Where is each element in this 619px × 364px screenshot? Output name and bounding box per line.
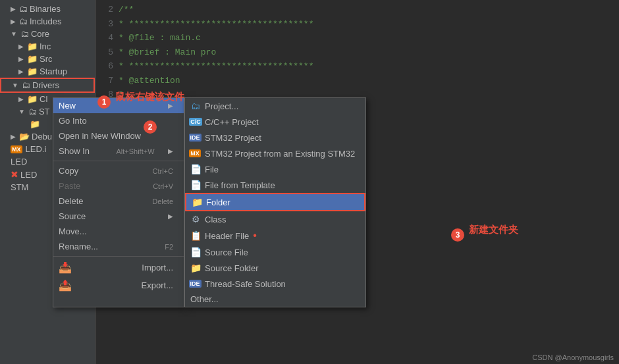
code-content: * @file : main.c [119, 32, 619, 45]
cpp-icon: C/C [190, 117, 201, 127]
code-line: 4 * @file : main.c [95, 31, 619, 45]
submenu-label: Source File [205, 247, 248, 257]
submenu-item-header-file[interactable]: 📋 Header File • [185, 227, 365, 244]
tree-label: LED.i [26, 144, 47, 154]
tree-item-src[interactable]: ▶ 📁 Src [0, 53, 95, 65]
thread-safe-icon: IDE [190, 278, 201, 289]
tree-label: STM [11, 182, 28, 192]
class-icon: ⚙ [190, 214, 201, 224]
folder-icon: 📁 [27, 94, 38, 104]
folder-icon: 📁 [30, 119, 40, 129]
submenu-item-stm32-existing[interactable]: MX STM32 Project from an Existing STM32 [185, 145, 365, 161]
separator [53, 256, 184, 257]
submenu-arrow: ▶ [168, 147, 173, 155]
header-file-icon: 📋 [190, 230, 201, 241]
submenu-item-other[interactable]: Other... [185, 292, 365, 307]
line-number: 6 [95, 60, 119, 73]
mx-icon: MX [11, 145, 22, 153]
menu-item-paste: Paste Ctrl+V [53, 178, 184, 194]
menu-label: Source [59, 211, 86, 221]
tree-item-drivers[interactable]: ▼ 🗂 Drivers [0, 78, 95, 93]
submenu-label: Source Folder [205, 263, 259, 273]
tree-item-core[interactable]: ▼ 🗂 Core [0, 28, 95, 40]
submenu-item-cpp-project[interactable]: C/C C/C++ Project [185, 114, 365, 130]
expand-arrow: ▶ [11, 5, 16, 13]
line-number: 5 [95, 46, 119, 59]
menu-item-source[interactable]: Source ▶ [53, 209, 184, 224]
expand-arrow: ▶ [18, 43, 24, 50]
submenu-label: File [205, 165, 219, 174]
menu-label: Delete [59, 196, 84, 206]
submenu-item-source-folder[interactable]: 📁 Source Folder [185, 260, 365, 276]
menu-label: New [59, 101, 76, 111]
menu-item-go-into[interactable]: Go Into [53, 113, 184, 128]
submenu-arrow: ▶ [168, 213, 173, 220]
annotation-bubble-1: 1 [97, 95, 111, 109]
tree-label: ST [39, 107, 50, 117]
code-content: * @brief : Main pro [119, 46, 619, 59]
tree-label: Debu [32, 132, 52, 142]
code-line: 6 * ************************************ [95, 59, 619, 74]
folder-icon: 📁 [27, 54, 38, 64]
submenu-item-stm32-project[interactable]: IDE STM32 Project [185, 130, 365, 145]
menu-item-import[interactable]: 📥 Import... [53, 259, 184, 276]
annotation-bubble-3: 3 [451, 228, 464, 242]
tree-label: Src [40, 54, 53, 64]
expand-arrow: ▶ [11, 18, 16, 25]
annotation-text-1: 鼠标右键该文件 [115, 91, 184, 103]
menu-item-delete[interactable]: Delete Delete [53, 194, 184, 209]
tree-label: Binaries [30, 4, 61, 14]
menu-item-move[interactable]: Move... [53, 224, 184, 239]
red-dot-indicator: • [253, 230, 257, 242]
submenu-item-class[interactable]: ⚙ Class [185, 211, 365, 227]
menu-label: Rename... [59, 242, 98, 251]
code-line: 7 * @attention [95, 74, 619, 88]
annotation-text-3: 新建文件夹 [469, 224, 518, 236]
submenu-label: Class [205, 215, 227, 224]
code-line: 2 /** [95, 3, 619, 17]
shortcut: Ctrl+C [153, 167, 173, 175]
menu-label: Move... [59, 226, 87, 236]
expand-arrow: ▶ [18, 68, 24, 75]
menu-label: Show In [59, 146, 90, 156]
line-number: 3 [95, 18, 119, 31]
submenu-label: Project... [205, 101, 238, 111]
folder-icon: 📁 [27, 41, 38, 51]
mx-existing-icon: MX [190, 148, 201, 159]
submenu-item-folder[interactable]: 📁 Folder [185, 193, 365, 211]
menu-item-copy[interactable]: Copy Ctrl+C [53, 163, 184, 178]
submenu-item-file-template[interactable]: 📄 File from Template [185, 177, 365, 193]
menu-label: Export... [142, 280, 173, 290]
submenu-label: Other... [190, 294, 219, 304]
menu-label: Open in New Window [59, 131, 141, 141]
menu-item-show-in[interactable]: Show In Alt+Shift+W ▶ [53, 143, 184, 159]
expand-arrow: ▼ [11, 30, 17, 38]
submenu-item-source-file[interactable]: 📄 Source File [185, 244, 365, 260]
line-number: 7 [95, 74, 119, 88]
expand-arrow: ▼ [18, 108, 25, 115]
menu-item-rename[interactable]: Rename... F2 [53, 239, 184, 254]
expand-arrow: ▶ [18, 55, 24, 63]
submenu-item-project[interactable]: 🗂 Project... [185, 98, 365, 114]
menu-label: Import... [142, 263, 173, 273]
new-submenu: 🗂 Project... C/C C/C++ Project IDE STM32… [184, 97, 366, 307]
submenu-item-file[interactable]: 📄 File [185, 161, 365, 177]
source-folder-icon: 📁 [190, 263, 201, 273]
menu-item-open-new-window[interactable]: Open in New Window [53, 128, 184, 143]
tree-item-inc[interactable]: ▶ 📁 Inc [0, 40, 95, 53]
shortcut: Delete [152, 197, 173, 205]
submenu-label: File from Template [205, 180, 275, 190]
code-line: 5 * @brief : Main pro [95, 45, 619, 60]
submenu-item-thread-safe[interactable]: IDE Thread-Safe Solution [185, 276, 365, 292]
export-icon: 📤 [59, 279, 72, 292]
project-icon: 🗂 [190, 101, 201, 111]
folder-icon: 📁 [27, 66, 38, 76]
expand-arrow: ▶ [11, 133, 16, 140]
tree-item-binaries[interactable]: ▶ 🗂 Binaries [0, 3, 95, 15]
folder-icon: 📂 [19, 132, 30, 142]
tree-item-startup[interactable]: ▶ 📁 Startup [0, 65, 95, 78]
tree-item-includes[interactable]: ▶ 🗂 Includes [0, 15, 95, 28]
folder-icon: 🗂 [22, 80, 30, 90]
menu-item-export[interactable]: 📤 Export... [53, 276, 184, 294]
folder-icon: 🗂 [19, 16, 28, 26]
